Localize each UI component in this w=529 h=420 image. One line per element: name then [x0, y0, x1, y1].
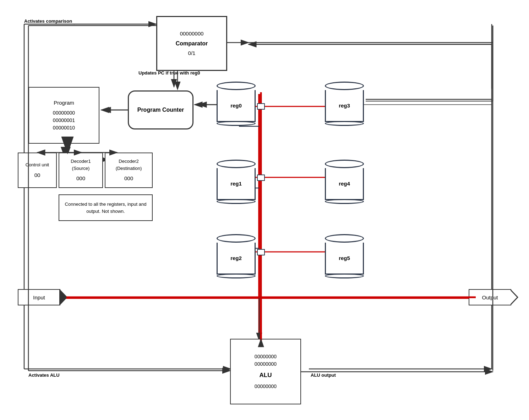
reg1-body: reg1 — [217, 168, 256, 200]
reg3-top — [325, 82, 364, 90]
reg5-top — [325, 234, 364, 243]
connected-note-text: Connected to all the registers, input an… — [62, 201, 149, 215]
reg2-label: reg2 — [230, 255, 242, 261]
output-area: Output — [469, 289, 511, 305]
alu-value1: 00000000 — [255, 353, 277, 360]
decoder1-label: Decoder1(Source) — [71, 158, 91, 172]
program-memory-label: Program — [54, 99, 74, 107]
decoder2-box: Decoder2(Destination) 000 — [105, 153, 153, 188]
control-unit-box: Control unit 00 — [18, 153, 57, 188]
input-box: Input — [18, 289, 60, 305]
junction-reg0 — [257, 103, 265, 110]
reg3-body: reg3 — [325, 90, 364, 122]
program-mem-line2: 00000001 — [53, 117, 75, 124]
reg1-label: reg1 — [230, 181, 242, 187]
reg2-body: reg2 — [217, 243, 256, 275]
decoder1-value: 000 — [76, 175, 85, 183]
reg0-label: reg0 — [230, 103, 242, 109]
alu-box: 00000000 00000000 ALU 00000000 — [230, 339, 301, 404]
reg4-cylinder: reg4 — [325, 160, 364, 204]
reg1-cylinder: reg1 — [217, 160, 256, 204]
alu-output-label: ALU output — [311, 372, 336, 378]
reg5-label: reg5 — [339, 255, 350, 261]
activates-alu-label: Activates ALU — [28, 372, 60, 378]
activates-comparison-label: Activates comparison — [24, 18, 72, 24]
output-label: Output — [482, 294, 498, 300]
comparator-box: 00000000 Comparator 0/1 — [156, 16, 227, 71]
decoder2-value: 000 — [124, 175, 133, 183]
reg5-cylinder: reg5 — [325, 234, 364, 278]
reg0-body: reg0 — [217, 90, 256, 122]
program-mem-line3: 00000010 — [53, 124, 75, 132]
input-label: Input — [33, 294, 45, 300]
reg2-top — [217, 234, 256, 243]
reg0-cylinder: reg0 — [217, 82, 256, 126]
activates-comparison-arrow: → — [71, 21, 76, 27]
reg0-top — [217, 82, 256, 90]
control-unit-label: Control unit — [26, 161, 49, 168]
junction-reg2 — [257, 249, 265, 255]
alu-value2: 00000000 — [255, 360, 277, 368]
output-box: Output — [469, 289, 511, 305]
input-area: Input — [18, 289, 60, 305]
reg4-top — [325, 160, 364, 168]
program-counter-label: Program Counter — [137, 106, 184, 114]
reg4-body: reg4 — [325, 168, 364, 200]
decoder2-label: Decoder2(Destination) — [116, 158, 142, 172]
reg2-cylinder: reg2 — [217, 234, 256, 278]
connected-note-box: Connected to all the registers, input an… — [59, 194, 153, 221]
control-unit-value: 00 — [34, 171, 40, 179]
program-counter-box: Program Counter — [128, 90, 193, 129]
updates-pc-label: Updates PC if true with reg0 — [138, 70, 200, 76]
alu-label: ALU — [260, 371, 272, 380]
program-mem-line1: 00000000 — [53, 109, 75, 117]
comparator-output: 0/1 — [188, 49, 196, 57]
junction-reg1 — [257, 175, 265, 181]
comparator-label: Comparator — [176, 39, 208, 48]
comparator-value: 00000000 — [180, 30, 204, 38]
alu-value3: 00000000 — [255, 383, 277, 390]
reg3-cylinder: reg3 — [325, 82, 364, 126]
reg3-label: reg3 — [339, 103, 350, 109]
reg4-label: reg4 — [339, 181, 350, 187]
decoder1-box: Decoder1(Source) 000 — [59, 153, 103, 188]
reg1-top — [217, 160, 256, 168]
reg5-body: reg5 — [325, 243, 364, 275]
program-memory-box: Program 00000000 00000001 00000010 — [28, 87, 99, 144]
